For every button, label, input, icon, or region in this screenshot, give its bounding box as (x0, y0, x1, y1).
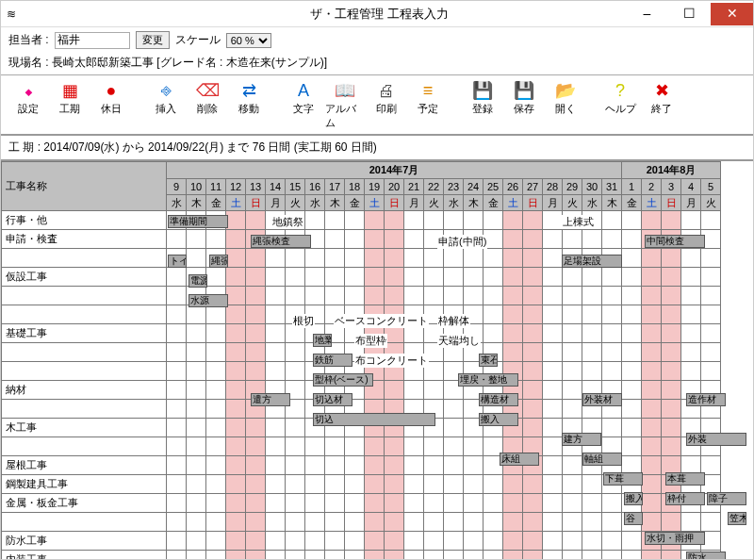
gantt-cell[interactable] (563, 494, 582, 513)
gantt-bar[interactable]: 笠木 (728, 512, 746, 525)
gantt-cell[interactable] (484, 268, 503, 287)
gantt-cell[interactable] (266, 551, 286, 561)
gantt-cell[interactable] (503, 287, 523, 305)
gantt-cell[interactable] (305, 494, 325, 513)
gantt-cell[interactable] (226, 400, 246, 419)
gantt-cell[interactable] (305, 551, 325, 561)
gantt-cell[interactable] (563, 532, 582, 551)
gantt-cell[interactable] (602, 475, 622, 494)
gantt-cell[interactable] (602, 249, 622, 268)
gantt-cell[interactable] (523, 551, 543, 561)
gantt-cell[interactable] (622, 343, 642, 362)
gantt-cell[interactable] (662, 343, 681, 362)
gantt-cell[interactable] (582, 343, 602, 362)
gantt-cell[interactable] (681, 456, 701, 475)
gantt-cell[interactable] (681, 381, 701, 400)
gantt-cell[interactable] (266, 475, 286, 494)
gantt-cell[interactable] (345, 400, 365, 419)
gantt-cell[interactable] (701, 211, 721, 230)
gantt-cell[interactable] (582, 532, 602, 551)
gantt-cell[interactable] (187, 343, 206, 362)
gantt-cell[interactable] (484, 362, 503, 381)
gantt-cell[interactable] (345, 456, 365, 475)
gantt-cell[interactable] (602, 513, 622, 532)
gantt-cell[interactable] (563, 211, 582, 230)
gantt-cell[interactable] (305, 324, 325, 343)
gantt-cell[interactable] (523, 230, 543, 249)
gantt-cell[interactable] (602, 532, 622, 551)
gantt-cell[interactable] (444, 494, 464, 513)
gantt-cell[interactable] (444, 400, 464, 419)
gantt-cell[interactable] (385, 343, 404, 362)
gantt-cell[interactable] (246, 230, 266, 249)
gantt-cell[interactable] (345, 437, 365, 456)
gantt-cell[interactable] (365, 343, 385, 362)
gantt-cell[interactable] (444, 437, 464, 456)
gantt-cell[interactable] (503, 268, 523, 287)
gantt-cell[interactable] (622, 230, 642, 249)
gantt-cell[interactable] (206, 287, 226, 305)
gantt-cell[interactable] (365, 475, 385, 494)
gantt-cell[interactable] (365, 305, 385, 324)
gantt-cell[interactable] (424, 324, 444, 343)
gantt-cell[interactable] (523, 400, 543, 419)
gantt-cell[interactable] (226, 494, 246, 513)
gantt-cell[interactable] (523, 494, 543, 513)
gantt-cell[interactable] (622, 513, 642, 532)
gantt-cell[interactable] (404, 268, 424, 287)
gantt-cell[interactable] (582, 400, 602, 419)
gantt-cell[interactable] (226, 419, 246, 437)
gantt-cell[interactable] (385, 551, 404, 561)
gantt-cell[interactable] (563, 475, 582, 494)
gantt-cell[interactable] (226, 551, 246, 561)
gantt-cell[interactable] (167, 343, 187, 362)
gantt-cell[interactable] (701, 343, 721, 362)
gantt-cell[interactable] (286, 456, 305, 475)
gantt-cell[interactable] (701, 513, 721, 532)
gantt-cell[interactable] (305, 211, 325, 230)
gantt-cell[interactable] (563, 287, 582, 305)
gantt-cell[interactable] (424, 419, 444, 437)
gantt-cell[interactable] (226, 211, 246, 230)
gantt-cell[interactable] (484, 494, 503, 513)
minimize-button[interactable]: – (626, 3, 668, 25)
gantt-cell[interactable] (167, 324, 187, 343)
gantt-cell[interactable] (503, 249, 523, 268)
gantt-cell[interactable] (286, 268, 305, 287)
gantt-cell[interactable] (167, 456, 187, 475)
gantt-cell[interactable] (325, 532, 345, 551)
gantt-cell[interactable] (424, 456, 444, 475)
gantt-cell[interactable] (444, 551, 464, 561)
gantt-cell[interactable] (701, 268, 721, 287)
gantt-cell[interactable] (424, 305, 444, 324)
gantt-cell[interactable] (345, 268, 365, 287)
gantt-cell[interactable] (642, 456, 662, 475)
gantt-cell[interactable] (543, 305, 563, 324)
gantt-cell[interactable] (622, 381, 642, 400)
gantt-cell[interactable] (206, 381, 226, 400)
gantt-cell[interactable] (325, 381, 345, 400)
gantt-cell[interactable] (385, 532, 404, 551)
gantt-cell[interactable] (226, 437, 246, 456)
gantt-cell[interactable] (424, 211, 444, 230)
gantt-cell[interactable] (602, 437, 622, 456)
gantt-cell[interactable] (404, 305, 424, 324)
gantt-cell[interactable] (365, 230, 385, 249)
gantt-cell[interactable] (385, 400, 404, 419)
gantt-cell[interactable] (226, 287, 246, 305)
gantt-cell[interactable] (582, 419, 602, 437)
gantt-cell[interactable] (662, 494, 681, 513)
gantt-cell[interactable] (385, 268, 404, 287)
gantt-cell[interactable] (642, 249, 662, 268)
gantt-cell[interactable] (345, 324, 365, 343)
gantt-cell[interactable] (305, 381, 325, 400)
gantt-cell[interactable] (305, 230, 325, 249)
gantt-cell[interactable] (543, 343, 563, 362)
gantt-cell[interactable] (681, 211, 701, 230)
gantt-cell[interactable] (464, 456, 484, 475)
gantt-cell[interactable] (464, 343, 484, 362)
gantt-cell[interactable] (681, 419, 701, 437)
gantt-cell[interactable] (305, 437, 325, 456)
gantt-cell[interactable] (404, 249, 424, 268)
gantt-cell[interactable] (444, 324, 464, 343)
